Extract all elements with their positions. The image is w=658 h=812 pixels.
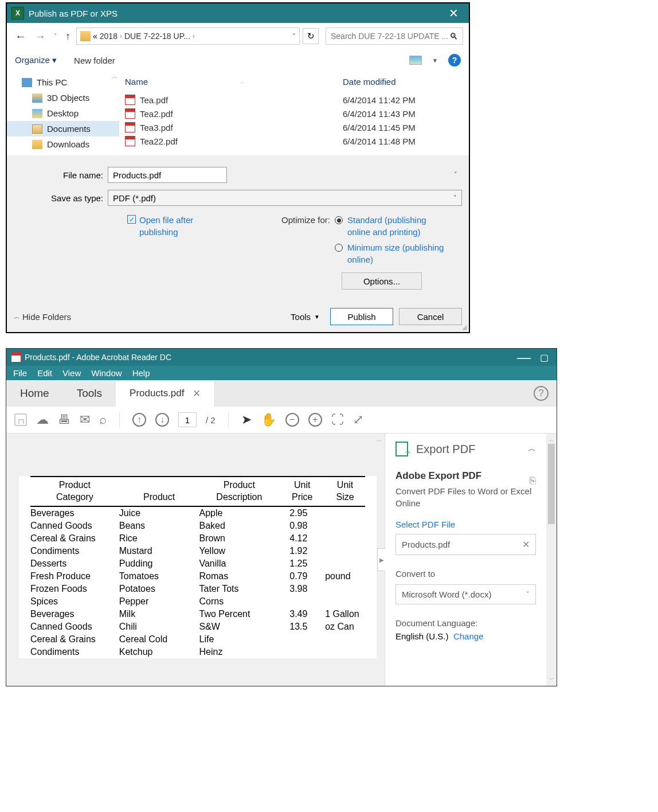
file-date: 6/4/2014 11:45 PM <box>343 123 416 132</box>
tab-home[interactable]: Home <box>6 380 63 407</box>
mail-icon[interactable]: ✉ <box>80 412 90 427</box>
path-box[interactable]: « 2018 › DUE 7-22-18 UP... › ˅ <box>76 28 300 45</box>
scroll-up-icon[interactable]: ︿ <box>377 436 382 444</box>
back-icon[interactable]: ← <box>13 30 29 43</box>
clear-icon[interactable]: ✕ <box>522 539 530 550</box>
scroll-thumb[interactable] <box>548 444 555 524</box>
tree-3d-objects[interactable]: 3D Objects <box>7 90 119 106</box>
path-seg-2[interactable]: DUE 7-22-18 UP... <box>124 32 190 41</box>
menu-file[interactable]: File <box>13 368 27 378</box>
menu-edit[interactable]: Edit <box>37 368 52 378</box>
file-date: 6/4/2014 11:42 PM <box>343 95 416 105</box>
select-pdf-link[interactable]: Select PDF File <box>395 520 536 529</box>
saveastype-label: Save as type: <box>14 193 108 203</box>
copy-icon[interactable]: ⎘ <box>530 475 536 487</box>
table-row: Frozen FoodsPotatoesTater Tots3.98 <box>30 583 365 595</box>
menubar: File Edit View Window Help <box>6 366 557 380</box>
print-icon[interactable]: 🖶 <box>58 412 70 427</box>
page-up-icon[interactable]: ↑ <box>132 413 146 427</box>
zoom-in-icon[interactable]: + <box>308 413 322 427</box>
tree-documents[interactable]: Documents <box>7 121 119 136</box>
tools-dropdown[interactable]: Tools ▼ <box>291 312 320 322</box>
convert-target-combo[interactable]: Microsoft Word (*.docx)˅ <box>395 584 536 604</box>
search-icon[interactable]: ⌕ <box>99 412 107 427</box>
path-prefix: « <box>93 32 97 41</box>
document-pane[interactable]: ︿ ProductCategory Product ProductDescrip… <box>6 434 385 686</box>
doc-language-label: Document Language: <box>395 617 536 629</box>
fit-width-icon[interactable]: ⛶ <box>331 412 344 427</box>
maximize-icon[interactable]: ▢ <box>536 352 552 363</box>
open-after-label[interactable]: Open file after publishing <box>139 214 214 238</box>
radio-standard-label[interactable]: Standard (publishing online and printing… <box>347 214 451 238</box>
open-after-checkbox[interactable]: ✓ <box>127 215 136 224</box>
hide-folders-button[interactable]: ︿ Hide Folders <box>14 312 71 322</box>
titlebar[interactable]: X Publish as PDF or XPS ✕ <box>7 3 469 23</box>
resize-grip-icon[interactable]: ◢ <box>462 323 467 331</box>
acrobat-icon <box>11 352 21 362</box>
cloud-upload-icon[interactable]: ☁ <box>36 412 49 427</box>
col-name[interactable]: Name <box>125 77 148 87</box>
view-icon[interactable] <box>409 56 422 65</box>
menu-view[interactable]: View <box>62 368 81 378</box>
scroll-up-icon[interactable]: ︿ <box>112 72 118 81</box>
tab-tools[interactable]: Tools <box>63 380 116 407</box>
tree-downloads[interactable]: Downloads <box>7 136 119 152</box>
saveastype-combo[interactable]: PDF (*.pdf)˅ <box>108 190 462 206</box>
page-number-input[interactable] <box>178 412 197 427</box>
menu-window[interactable]: Window <box>91 368 122 378</box>
panel-collapse-tab[interactable]: ▶ <box>377 548 385 571</box>
up-icon[interactable]: ↑ <box>63 30 73 42</box>
export-subtitle: Adobe Export PDF <box>395 470 536 482</box>
search-icon[interactable]: 🔍︎ <box>449 32 458 41</box>
table-row: Canned GoodsBeansBaked0.98 <box>30 520 365 532</box>
close-icon[interactable]: ✕ <box>443 6 464 20</box>
zoom-out-icon[interactable]: − <box>285 413 299 427</box>
table-row: SpicesPepperCorns <box>30 595 365 608</box>
organize-button[interactable]: Organize ▾ <box>15 55 57 65</box>
help-icon[interactable]: ? <box>534 386 549 401</box>
help-icon[interactable]: ? <box>448 54 461 67</box>
filename-dropdown-icon[interactable]: ˅ <box>454 171 457 178</box>
close-tab-icon[interactable]: ✕ <box>193 388 201 400</box>
path-seg-1[interactable]: 2018 <box>100 32 117 41</box>
options-button[interactable]: Options... <box>342 272 422 290</box>
selected-file-box[interactable]: Products.pdf✕ <box>395 534 536 555</box>
scroll-up-icon[interactable]: ︿ <box>549 436 554 444</box>
view-dropdown-icon[interactable]: ▼ <box>432 57 438 64</box>
toolbar: Organize ▾ New folder ▼ ? <box>7 49 469 71</box>
fit-page-icon[interactable]: ⤢ <box>353 412 363 427</box>
minimize-icon[interactable]: — <box>511 353 536 361</box>
page-down-icon[interactable]: ↓ <box>155 413 169 427</box>
chevron-up-icon[interactable]: ︿ <box>528 444 536 454</box>
search-input[interactable]: Search DUE 7-22-18 UPDATE ... 🔍︎ <box>326 28 463 45</box>
recent-dropdown-icon[interactable]: ˅ <box>52 33 60 40</box>
refresh-button[interactable]: ↻ <box>303 28 319 44</box>
search-placeholder: Search DUE 7-22-18 UPDATE ... <box>331 32 448 41</box>
sort-arrow-icon: ︿ <box>240 79 245 85</box>
hand-icon[interactable]: ✋ <box>261 412 276 427</box>
col-date[interactable]: Date modified <box>343 77 396 87</box>
radio-minimum[interactable] <box>335 244 343 252</box>
path-dropdown-icon[interactable]: ˅ <box>292 33 296 40</box>
radio-minimum-label[interactable]: Minimum size (publishing online) <box>347 241 451 266</box>
publish-button[interactable]: Publish <box>330 308 393 325</box>
export-pdf-icon <box>395 442 408 456</box>
change-language-link[interactable]: Change <box>453 631 484 641</box>
file-row[interactable]: Tea22.pdf6/4/2014 11:48 PM <box>119 134 469 148</box>
scroll-down-icon[interactable]: ﹀ <box>549 676 554 684</box>
save-icon[interactable] <box>14 413 27 426</box>
tab-document[interactable]: Products.pdf ✕ <box>116 380 214 407</box>
menu-help[interactable]: Help <box>132 368 150 378</box>
table-row: Fresh ProduceTomatoesRomas0.79pound <box>30 570 365 583</box>
scrollbar[interactable]: ︿ ﹀ <box>546 434 557 686</box>
tree-this-pc[interactable]: This PC <box>7 75 119 90</box>
tree-desktop[interactable]: Desktop <box>7 106 119 121</box>
new-folder-button[interactable]: New folder <box>74 56 115 65</box>
file-row[interactable]: Tea3.pdf6/4/2014 11:45 PM <box>119 120 469 134</box>
pointer-icon[interactable]: ➤ <box>241 412 252 427</box>
cancel-button[interactable]: Cancel <box>399 308 462 325</box>
radio-standard[interactable] <box>335 216 343 224</box>
file-row[interactable]: Tea.pdf6/4/2014 11:42 PM <box>119 93 469 107</box>
file-row[interactable]: Tea2.pdf6/4/2014 11:43 PM <box>119 107 469 120</box>
filename-input[interactable] <box>108 167 227 183</box>
